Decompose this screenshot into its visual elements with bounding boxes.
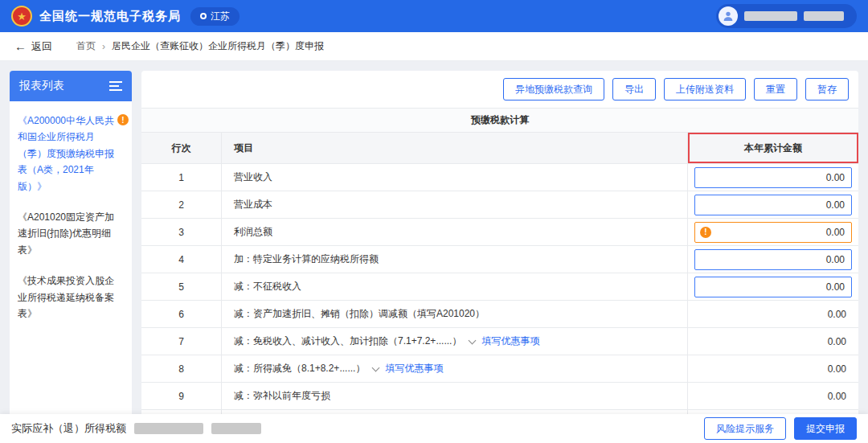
amount-readonly: 0.00 xyxy=(688,355,858,382)
table-row: 2 营业成本 xyxy=(141,191,858,219)
row-item-label: 减：弥补以前年度亏损 xyxy=(234,389,330,403)
row-item-label: 减：资产加速折旧、摊销（扣除）调减额（填写A201020） xyxy=(234,307,485,321)
risk-alert-service-button[interactable]: 风险提示服务 xyxy=(704,417,786,440)
region-badge[interactable]: 江苏 xyxy=(190,7,240,26)
chevron-down-icon[interactable] xyxy=(469,336,477,344)
table-row: 5 减：不征税收入 xyxy=(141,273,858,301)
table-row: 1 营业收入 xyxy=(141,164,858,191)
breadcrumb-separator: › xyxy=(102,41,105,52)
region-label: 江苏 xyxy=(211,10,230,23)
breadcrumb-bar: ← 返回 首页 › 居民企业（查账征收）企业所得税月（季）度申报 xyxy=(0,32,868,61)
warning-icon: ! xyxy=(700,227,711,238)
back-button[interactable]: ← 返回 xyxy=(14,39,52,54)
collapse-icon[interactable] xyxy=(109,81,122,91)
row-item: 减：所得减免（8.1+8.2+......） 填写优惠事项 xyxy=(222,355,688,382)
row-item-label: 利润总额 xyxy=(234,225,272,239)
upload-attachments-button[interactable]: 上传附送资料 xyxy=(664,78,746,100)
app-title: 全国统一规范电子税务局 xyxy=(39,9,181,24)
row-item: 营业收入 xyxy=(222,164,688,191)
amount-input[interactable] xyxy=(694,277,852,297)
row-value-cell xyxy=(688,273,858,300)
row-number: 8 xyxy=(141,355,222,382)
amount-input[interactable] xyxy=(694,195,852,215)
table-row: 9 减：弥补以前年度亏损 0.00 xyxy=(141,383,858,410)
row-item-label: 营业成本 xyxy=(234,198,272,211)
fill-preference-link[interactable]: 填写优惠事项 xyxy=(385,362,443,375)
col-header-row-no: 行次 xyxy=(141,133,222,163)
row-item-label: 减：免税收入、减计收入、加计扣除（7.1+7.2+......） xyxy=(234,334,461,348)
row-item-label: 减：所得减免（8.1+8.2+......） xyxy=(234,362,365,375)
amount-readonly: 0.00 xyxy=(688,301,858,327)
prepaid-tax-table: 预缴税款计算 行次 项目 本年累计金额 1 营业收入 2 营业成本 xyxy=(141,108,858,414)
user-account[interactable] xyxy=(716,4,857,28)
toolbar: 异地预缴税款查询 导出 上传附送资料 重置 暂存 xyxy=(141,71,858,108)
row-value-cell xyxy=(688,246,858,273)
back-arrow-icon: ← xyxy=(14,39,27,53)
redacted-username xyxy=(744,11,797,21)
amount-readonly: 0.00 xyxy=(688,328,858,355)
fill-preference-link[interactable]: 填写优惠事项 xyxy=(481,334,539,348)
row-number: 2 xyxy=(141,191,222,218)
export-button[interactable]: 导出 xyxy=(612,78,656,100)
row-item-label: 加：特定业务计算的应纳税所得额 xyxy=(234,252,379,266)
sidebar-header: 报表列表 xyxy=(10,71,132,101)
tax-due-label: 实际应补（退）所得税额 xyxy=(11,421,126,436)
breadcrumb-current: 居民企业（查账征收）企业所得税月（季）度申报 xyxy=(112,39,324,53)
row-item: 减：不征税收入 xyxy=(222,273,688,300)
reset-button[interactable]: 重置 xyxy=(754,78,797,100)
save-draft-button[interactable]: 暂存 xyxy=(805,78,849,100)
row-number: 5 xyxy=(141,273,222,300)
table-header-row: 行次 项目 本年累计金额 xyxy=(141,133,858,164)
row-number: 6 xyxy=(141,301,222,327)
amount-input-warning[interactable] xyxy=(694,222,852,243)
table-row: 7 减：免税收入、减计收入、加计扣除（7.1+7.2+......） 填写优惠事… xyxy=(141,328,858,355)
redacted-username xyxy=(804,11,844,21)
row-number: 9 xyxy=(141,383,222,409)
chevron-down-icon[interactable] xyxy=(372,363,380,371)
sidebar-item-label: 《技术成果投资入股企业所得税递延纳税备案表》 xyxy=(18,275,114,319)
redacted-amount xyxy=(211,423,261,434)
amount-input-wrapper: ! xyxy=(694,222,852,243)
breadcrumb-home[interactable]: 首页 xyxy=(76,39,96,53)
row-item-label: 营业收入 xyxy=(234,170,272,184)
tax-bureau-emblem-icon: ★ xyxy=(11,6,32,27)
app-root: ★ 全国统一规范电子税务局 江苏 ← 返回 首页 › 居民企业（查账征收）企 xyxy=(0,0,868,443)
table-row: 8 减：所得减免（8.1+8.2+......） 填写优惠事项 0.00 xyxy=(141,355,858,383)
sidebar-item-label: 《A201020固定资产加速折旧(扣除)优惠明细表》 xyxy=(18,211,114,256)
warning-badge: ! xyxy=(117,114,129,125)
avatar xyxy=(719,6,738,26)
main-area: 报表列表 《A200000中华人民共和国企业所得税月（季）度预缴纳税申报表（A类… xyxy=(0,61,868,414)
sidebar-item-a200000[interactable]: 《A200000中华人民共和国企业所得税月（季）度预缴纳税申报表（A类，2021… xyxy=(18,113,129,195)
row-number: 7 xyxy=(141,328,222,355)
row-item: 减：资产加速折旧、摊销（扣除）调减额（填写A201020） xyxy=(222,301,688,327)
section-title: 预缴税款计算 xyxy=(141,109,858,132)
row-value-cell: ! xyxy=(688,219,858,245)
row-value-cell xyxy=(688,191,858,218)
sidebar-item-tech-investment[interactable]: 《技术成果投资入股企业所得税递延纳税备案表》 xyxy=(18,273,129,322)
row-item-label: 减：不征税收入 xyxy=(234,280,301,293)
sidebar-item-a201020[interactable]: 《A201020固定资产加速折旧(扣除)优惠明细表》 xyxy=(18,209,129,258)
redacted-amount xyxy=(134,423,203,434)
breadcrumb: 首页 › 居民企业（查账征收）企业所得税月（季）度申报 xyxy=(76,39,324,53)
footer-bar: 实际应补（退）所得税额 风险提示服务 提交申报 xyxy=(0,414,868,443)
row-item: 减：免税收入、减计收入、加计扣除（7.1+7.2+......） 填写优惠事项 xyxy=(222,328,688,355)
row-item: 减：弥补以前年度亏损 xyxy=(222,383,688,409)
amount-input[interactable] xyxy=(694,167,852,188)
table-row: 4 加：特定业务计算的应纳税所得额 xyxy=(141,246,858,273)
remote-prepaid-tax-query-button[interactable]: 异地预缴税款查询 xyxy=(503,78,604,100)
location-icon xyxy=(200,13,207,19)
table-row: 6 减：资产加速折旧、摊销（扣除）调减额（填写A201020） 0.00 xyxy=(141,301,858,328)
table-row: 3 利润总额 ! xyxy=(141,219,858,246)
row-item: 加：特定业务计算的应纳税所得额 xyxy=(222,246,688,273)
table-section-header: 预缴税款计算 xyxy=(141,109,858,133)
row-number: 1 xyxy=(141,164,222,191)
submit-declaration-button[interactable]: 提交申报 xyxy=(794,417,857,440)
row-item: 营业成本 xyxy=(222,191,688,218)
row-number: 4 xyxy=(141,246,222,273)
amount-input[interactable] xyxy=(694,249,852,270)
row-number: 3 xyxy=(141,219,222,245)
col-header-item: 项目 xyxy=(222,133,688,163)
report-list-sidebar: 报表列表 《A200000中华人民共和国企业所得税月（季）度预缴纳税申报表（A类… xyxy=(10,71,132,414)
app-header: ★ 全国统一规范电子税务局 江苏 xyxy=(0,0,868,32)
row-item: 利润总额 xyxy=(222,219,688,245)
